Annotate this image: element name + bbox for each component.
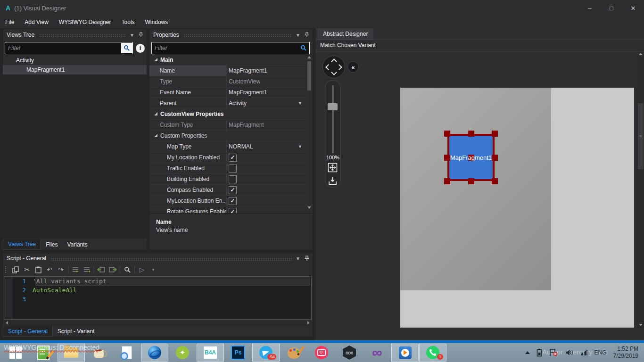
scroll-up-icon[interactable] bbox=[639, 53, 643, 55]
taskbar-doc-search[interactable] bbox=[113, 344, 140, 362]
resize-handle[interactable] bbox=[444, 178, 450, 184]
checkbox-unchecked[interactable] bbox=[229, 165, 237, 173]
property-row[interactable]: TypeCustomView bbox=[149, 76, 306, 87]
property-row[interactable]: MyLocation Button En...✓ bbox=[149, 196, 306, 206]
taskbar-b4a-designer[interactable] bbox=[30, 344, 57, 362]
checkbox-checked[interactable]: ✓ bbox=[229, 154, 237, 162]
property-value[interactable] bbox=[226, 163, 306, 173]
scrollbar-thumb[interactable]: ≡ bbox=[638, 103, 644, 169]
zoom-slider-track[interactable] bbox=[332, 85, 334, 153]
panel-menu-chevron-icon[interactable]: ▼ bbox=[296, 33, 300, 38]
copy-icon[interactable] bbox=[10, 264, 21, 275]
property-section[interactable]: Main bbox=[149, 55, 306, 66]
dropdown-chevron-icon[interactable]: ▼ bbox=[298, 141, 302, 152]
tree-item-mapfragment1[interactable]: MapFragment1 bbox=[3, 65, 147, 74]
tab-script-general[interactable]: Script - General bbox=[3, 326, 53, 337]
taskbar-nox[interactable]: nox bbox=[336, 344, 363, 362]
taskbar-b4a[interactable]: B4A bbox=[197, 344, 224, 362]
editor-hscrollbar[interactable] bbox=[4, 320, 312, 326]
search-icon[interactable] bbox=[298, 43, 309, 53]
battery-icon[interactable] bbox=[537, 348, 542, 357]
taskbar-screen-recorder[interactable] bbox=[308, 344, 335, 362]
uncomment-icon[interactable] bbox=[81, 264, 92, 275]
scroll-down-icon[interactable] bbox=[639, 324, 643, 326]
paste-icon[interactable] bbox=[33, 264, 44, 275]
redo-icon[interactable]: ↷ bbox=[55, 264, 66, 275]
property-value[interactable]: ✓ bbox=[226, 196, 306, 206]
resize-handle[interactable] bbox=[468, 178, 474, 184]
property-value[interactable]: ✓ bbox=[226, 152, 306, 163]
resize-handle[interactable] bbox=[444, 155, 450, 161]
properties-filter-input[interactable] bbox=[152, 45, 298, 51]
taskbar-video-player[interactable] bbox=[391, 344, 419, 362]
property-section[interactable]: CustomView Properties bbox=[149, 109, 306, 120]
cut-icon[interactable]: ✂ bbox=[21, 264, 33, 275]
action-center-flag-icon[interactable] bbox=[549, 348, 558, 357]
tab-views-tree[interactable]: Views Tree bbox=[3, 239, 41, 250]
resize-handle[interactable] bbox=[492, 155, 498, 161]
pan-right-icon[interactable] bbox=[336, 64, 342, 70]
pan-left-icon[interactable] bbox=[325, 64, 331, 70]
scroll-left-icon[interactable] bbox=[6, 321, 8, 325]
tab-files[interactable]: Files bbox=[41, 239, 62, 250]
property-value[interactable]: MapFragment1 bbox=[226, 66, 306, 76]
menu-tools[interactable]: Tools bbox=[116, 19, 140, 25]
pin-icon[interactable] bbox=[138, 32, 144, 38]
clock[interactable]: 1:52 PM 7/29/2019 bbox=[613, 346, 638, 360]
pin-icon[interactable] bbox=[304, 255, 310, 261]
taskbar-android-studio[interactable]: ✦ bbox=[169, 344, 196, 362]
collapse-toolbar-button[interactable]: « bbox=[347, 61, 359, 73]
taskbar-paint[interactable] bbox=[280, 344, 307, 362]
scroll-up-icon[interactable] bbox=[307, 56, 311, 58]
info-icon[interactable]: i bbox=[136, 44, 145, 53]
property-row[interactable]: NameMapFragment1 bbox=[149, 66, 306, 76]
scroll-right-icon[interactable] bbox=[307, 321, 310, 325]
property-value[interactable]: MapFragment bbox=[226, 120, 306, 130]
panel-menu-chevron-icon[interactable]: ▼ bbox=[130, 33, 134, 38]
minimize-button[interactable]: – bbox=[579, 0, 601, 16]
checkbox-unchecked[interactable] bbox=[229, 175, 237, 183]
resize-handle[interactable] bbox=[492, 131, 498, 137]
panel-menu-chevron-icon[interactable]: ▼ bbox=[296, 256, 300, 261]
code-line[interactable]: 3 bbox=[4, 295, 311, 304]
resize-handle[interactable] bbox=[468, 131, 474, 137]
property-section[interactable]: Custom Properties bbox=[149, 131, 306, 141]
undo-icon[interactable]: ↶ bbox=[44, 264, 55, 275]
canvas-vscrollbar[interactable]: ≡ bbox=[637, 51, 644, 328]
pin-icon[interactable] bbox=[304, 32, 310, 38]
save-layout-icon[interactable] bbox=[328, 176, 338, 186]
menu-wysiwyg-designer[interactable]: WYSIWYG Designer bbox=[54, 19, 116, 25]
resize-handle[interactable] bbox=[444, 131, 450, 137]
tree-item-activity[interactable]: Activity bbox=[3, 56, 147, 65]
property-value[interactable]: NORMAL▼ bbox=[226, 141, 306, 152]
resize-handle[interactable] bbox=[492, 178, 498, 184]
indent-icon[interactable] bbox=[107, 264, 118, 275]
taskbar-photoshop[interactable]: Ps bbox=[224, 344, 252, 362]
pan-dpad[interactable] bbox=[322, 56, 345, 78]
selected-view-mapfragment[interactable]: MapFragment1 bbox=[447, 134, 495, 181]
toolbar-overflow-icon[interactable]: ▾ bbox=[148, 264, 159, 275]
property-row[interactable]: Custom TypeMapFragment bbox=[149, 120, 306, 131]
dropdown-chevron-icon[interactable]: ▼ bbox=[298, 98, 302, 108]
expander-icon[interactable] bbox=[154, 134, 157, 137]
pan-up-icon[interactable] bbox=[331, 58, 337, 65]
tab-abstract-designer[interactable]: Abstract Designer bbox=[317, 28, 373, 40]
property-row[interactable]: Building Enabled bbox=[149, 174, 306, 185]
checkbox-checked[interactable]: ✓ bbox=[229, 186, 237, 194]
property-value[interactable] bbox=[226, 174, 306, 184]
run-icon[interactable]: ▷ bbox=[136, 264, 148, 275]
pan-down-icon[interactable] bbox=[331, 69, 337, 75]
views-filter-input[interactable] bbox=[5, 45, 121, 51]
property-value[interactable]: MapFragment1 bbox=[226, 87, 306, 98]
property-row[interactable]: ParentActivity▼ bbox=[149, 98, 306, 109]
taskbar-java[interactable] bbox=[85, 344, 113, 362]
taskbar-file-explorer[interactable] bbox=[58, 344, 85, 362]
property-value[interactable]: Activity▼ bbox=[226, 98, 306, 108]
taskbar-telegram[interactable]: .94 bbox=[252, 344, 280, 362]
volume-icon[interactable] bbox=[565, 349, 574, 356]
menu-file[interactable]: File bbox=[0, 19, 19, 25]
taskbar-whatsapp[interactable]: 1 bbox=[419, 344, 446, 362]
language-indicator[interactable]: ENG bbox=[594, 349, 607, 356]
property-row[interactable]: Event NameMapFragment1 bbox=[149, 87, 306, 98]
code-line[interactable]: 2 AutoScaleAll bbox=[4, 286, 311, 295]
